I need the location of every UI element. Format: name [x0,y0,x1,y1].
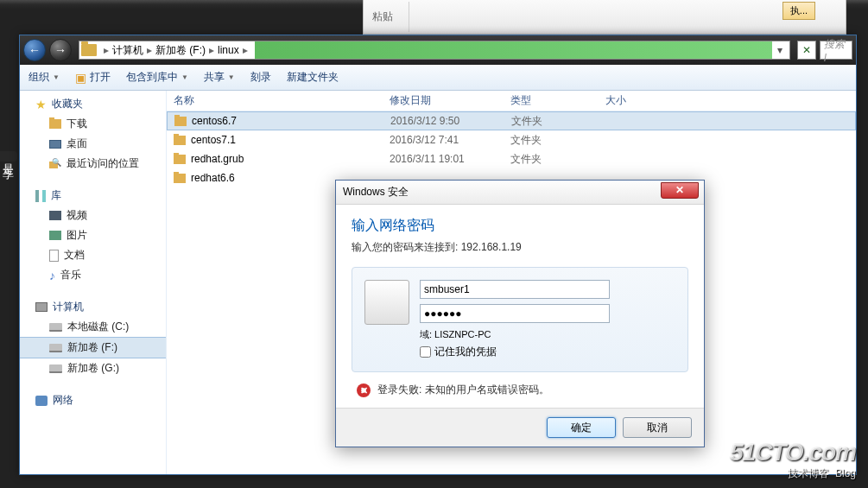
navigation-bar: ← → ▸ 计算机 ▸ 新加卷 (F:) ▸ linux ▸ ▾ ✕ 搜索 l [20,35,856,65]
password-input[interactable] [420,304,610,323]
folder-icon [174,155,186,164]
column-date[interactable]: 修改日期 [383,93,504,108]
username-input[interactable] [420,280,610,299]
sidebar-item-drive-f[interactable]: 新加卷 (F:) [20,337,166,358]
share-button[interactable]: 共享 ▼ [204,70,235,85]
sidebar-item-music[interactable]: ♪音乐 [20,265,166,285]
drive-icon [49,364,62,373]
close-button[interactable]: ✕ [661,182,699,199]
ok-button[interactable]: 确定 [547,417,616,438]
remember-checkbox-label[interactable]: 记住我的凭据 [420,345,675,359]
document-icon [49,250,59,262]
file-date: 2016/3/11 19:01 [383,153,504,165]
command-bar: 组织 ▼ ▣ 打开 包含到库中 ▼ 共享 ▼ 刻录 新建文件夹 [20,65,856,91]
breadcrumb-computer[interactable]: 计算机 [112,43,143,58]
sidebar-item-drive-g[interactable]: 新加卷 (G:) [20,358,166,378]
address-bar[interactable]: ▸ 计算机 ▸ 新加卷 (F:) ▸ linux ▸ ▾ [79,41,790,60]
dialog-titlebar[interactable]: Windows 安全 [336,181,704,205]
folder-icon [49,119,61,129]
computer-icon [35,302,48,312]
favorites-header[interactable]: ★收藏夹 [20,94,166,114]
left-side-tab: 是 享 [0,151,17,162]
library-icon [35,190,46,202]
sidebar-item-recent[interactable]: 最近访问的位置 [20,154,166,174]
drive-icon [49,323,62,332]
star-icon: ★ [35,98,47,111]
file-row[interactable]: centos6.7 2016/3/12 9:50 文件夹 [167,111,856,130]
forward-button[interactable]: → [49,39,72,61]
remember-checkbox[interactable] [420,346,431,358]
chevron-right-icon[interactable]: ▸ [147,44,152,56]
paste-label[interactable]: 粘贴 [372,10,393,24]
credential-dialog: Windows 安全 ✕ 输入网络密码 输入您的密码来连接到: 192.168.… [335,180,705,447]
error-icon: ✕ [357,383,371,397]
navigation-pane: ★收藏夹 下载 桌面 最近访问的位置 库 视频 图片 文档 ♪音乐 计算机 本地… [20,91,167,474]
chevron-right-icon[interactable]: ▸ [104,44,109,56]
cancel-button[interactable]: 取消 [623,417,692,438]
back-button[interactable]: ← [23,39,46,61]
address-progress [255,41,772,59]
video-icon [49,211,61,220]
column-name[interactable]: 名称 [167,93,383,108]
sidebar-item-pictures[interactable]: 图片 [20,225,166,245]
file-type: 文件夹 [504,114,599,129]
folder-icon [174,117,187,126]
file-name: redhat6.6 [191,172,235,184]
user-avatar-icon [364,280,409,325]
network-header[interactable]: 网络 [20,390,166,410]
sidebar-item-desktop[interactable]: 桌面 [20,134,166,154]
file-type: 文件夹 [504,152,599,167]
file-type: 文件夹 [504,133,599,148]
folder-icon [174,136,186,145]
sidebar-item-documents[interactable]: 文档 [20,245,166,265]
chevron-down-icon[interactable]: ▾ [772,44,788,56]
file-name: centos6.7 [192,115,237,127]
burn-button[interactable]: 刻录 [250,70,271,85]
error-message: ✕ 登录失败: 未知的用户名或错误密码。 [352,383,688,397]
file-name: redhat.grub [191,153,244,165]
desktop-icon [49,140,61,149]
file-date: 2016/3/12 7:41 [383,134,504,146]
search-input[interactable]: 搜索 l [820,41,852,60]
dialog-heading: 输入网络密码 [352,217,688,235]
column-headers: 名称 修改日期 类型 大小 [167,91,856,111]
ribbon-partial: 粘贴 执... [363,0,846,35]
folder-icon [81,44,97,56]
organize-button[interactable]: 组织 ▼ [29,70,60,85]
execute-button[interactable]: 执... [782,2,815,20]
computer-header[interactable]: 计算机 [20,297,166,317]
picture-icon [49,231,61,240]
folder-icon [174,174,186,183]
file-row[interactable]: redhat.grub 2016/3/11 19:01 文件夹 [167,149,856,168]
credential-box: 域: LISZNPC-PC 记住我的凭据 [352,267,688,372]
include-button[interactable]: 包含到库中 ▼ [126,70,188,85]
breadcrumb-drive[interactable]: 新加卷 (F:) [155,43,206,58]
file-name: centos7.1 [191,134,236,146]
open-button[interactable]: ▣ 打开 [75,70,111,85]
new-folder-button[interactable]: 新建文件夹 [287,70,339,85]
drive-icon [49,344,62,352]
column-size[interactable]: 大小 [599,93,668,108]
dialog-subtext: 输入您的密码来连接到: 192.168.1.19 [352,240,688,255]
refresh-stop-button[interactable]: ✕ [797,41,816,60]
sidebar-item-videos[interactable]: 视频 [20,206,166,225]
sidebar-item-drive-c[interactable]: 本地磁盘 (C:) [20,317,166,337]
breadcrumb-folder[interactable]: linux [218,44,239,56]
recent-icon [49,159,61,169]
network-icon [35,396,48,406]
domain-label: 域: LISZNPC-PC [420,328,675,341]
chevron-right-icon[interactable]: ▸ [209,44,214,56]
file-date: 2016/3/12 9:50 [383,115,504,127]
column-type[interactable]: 类型 [504,93,599,108]
chevron-right-icon[interactable]: ▸ [243,44,248,56]
watermark: 51CTO.com 技术博客 Blog [730,439,856,481]
file-row[interactable]: centos7.1 2016/3/12 7:41 文件夹 [167,130,856,149]
sidebar-item-downloads[interactable]: 下载 [20,114,166,134]
watermark-brand: 51CTO.com [730,439,856,466]
music-icon: ♪ [49,269,55,282]
dialog-title-text: Windows 安全 [343,185,409,200]
library-header[interactable]: 库 [20,186,166,206]
